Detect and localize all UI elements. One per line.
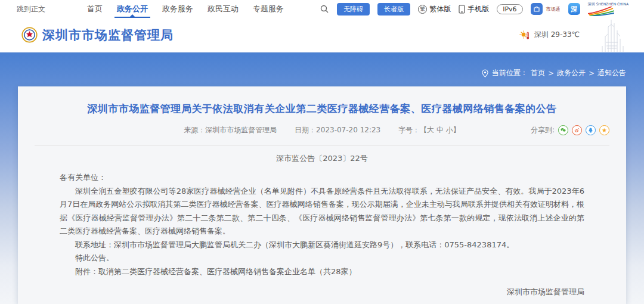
ipv6-badge[interactable]: IPv6	[497, 4, 522, 14]
meta-fontsize-label: 字号：	[398, 126, 420, 134]
signature-date: 2023年7月18日	[60, 301, 584, 304]
sun-thermometer-icon	[519, 30, 530, 41]
breadcrumb-home[interactable]: 首页	[531, 68, 545, 78]
traditional-label: 繁体版	[429, 4, 451, 14]
share-favorite-star-icon[interactable]: ★	[599, 125, 609, 135]
market-app-icon	[531, 3, 543, 15]
meta-fontsize: 字号：【大 中 小】	[398, 126, 460, 134]
meta-source-value: 深圳市市场监督管理局	[205, 126, 277, 134]
article-meta-row: 来源：深圳市市场监督管理局 日期：2023-07-20 12:23 字号：【大 …	[18, 125, 626, 137]
share-qq-icon[interactable]	[586, 125, 596, 135]
meta-source-label: 来源：	[184, 126, 205, 134]
page-background-band: 当前位置： 首页 > 政务公开 > 通知公告 深圳市市场监督管理局关于依法取消有…	[0, 52, 644, 304]
location-pin-icon	[481, 69, 489, 77]
meta-date: 日期：2023-07-20 12:23	[295, 126, 380, 134]
share-wechat-icon[interactable]	[558, 125, 568, 135]
weather-text: 深圳 29-33℃	[534, 30, 580, 40]
meta-divider	[35, 145, 609, 146]
accessibility-button[interactable]: 无障碍	[337, 3, 370, 15]
site-brand[interactable]: 深圳市市场监督管理局	[21, 27, 174, 44]
building-sketch	[592, 18, 631, 52]
ishenzhen-app-icon[interactable]: 深	[568, 3, 580, 15]
font-size-controls[interactable]: 【大 中 小】	[420, 126, 460, 134]
share-toolbar: 分享到: ★	[531, 125, 609, 135]
signature-block: 深圳市市场监督管理局 2023年7月18日	[60, 283, 584, 304]
nav-item-special-services[interactable]: 专题服务	[246, 0, 291, 18]
elder-version-button[interactable]: 长者版	[377, 3, 410, 15]
article-title: 深圳市市场监督管理局关于依法取消有关企业第二类医疗器械经营备案、医疗器械网络销售…	[18, 102, 626, 116]
weather-widget: 深圳 29-33℃	[519, 30, 580, 41]
mobile-label: 手机版	[467, 4, 489, 14]
paragraph-main: 深圳全润五金塑胶有限公司等28家医疗器械经营企业（名单见附件）不具备原经营条件且…	[60, 185, 584, 238]
paragraph-attachment: 附件：取消第二类医疗器械经营备案、医疗器械网络销售备案企业名单（共28家）	[60, 265, 584, 279]
agency-emblem-icon	[21, 27, 38, 43]
meta-source: 来源：深圳市市场监督管理局	[184, 126, 277, 134]
topbar-tools: 无障碍 长者版 繁 繁体版 手机版 IPv6 市场通 深 深圳 SHENZHEN…	[320, 2, 628, 16]
article-body: 各有关单位： 深圳全润五金塑胶有限公司等28家医疗器械经营企业（名单见附件）不具…	[60, 171, 584, 304]
salutation: 各有关单位：	[60, 171, 584, 185]
signature-agency: 深圳市市场监督管理局	[60, 283, 584, 301]
mobile-version-link[interactable]: 手机版	[459, 4, 489, 14]
market-app-label: 市场通	[546, 6, 561, 13]
city-logo-swoosh-icon	[588, 7, 614, 16]
meta-date-label: 日期：	[295, 126, 316, 134]
top-utility-bar: 跳到正文 首页 政务公开 政务服务 政民互动 专题服务 无障碍 长者版 繁 繁体…	[0, 0, 644, 18]
shenzhen-city-logo: 深圳 SHENZHEN·CHINA	[588, 2, 628, 16]
site-title: 深圳市市场监督管理局	[42, 27, 174, 44]
phone-icon	[459, 5, 465, 14]
nav-item-gov-services[interactable]: 政务服务	[155, 0, 200, 18]
search-icon[interactable]	[320, 4, 329, 14]
document-number: 深市监公告〔2023〕22号	[18, 153, 626, 164]
article-card: 深圳市市场监督管理局关于依法取消有关企业第二类医疗器械经营备案、医疗器械网络销售…	[18, 86, 626, 304]
skip-to-content-link[interactable]: 跳到正文	[17, 4, 45, 14]
nav-item-interaction[interactable]: 政民互动	[200, 0, 246, 18]
site-header: 深圳市市场监督管理局 深圳 29-33℃	[0, 18, 644, 52]
traditional-badge-icon: 繁	[418, 5, 427, 14]
share-label: 分享到:	[531, 125, 555, 135]
main-nav: 首页 政务公开 政务服务 政民互动 专题服务	[80, 0, 291, 18]
share-weibo-icon[interactable]	[572, 125, 582, 135]
breadcrumb-separator: >	[589, 69, 595, 77]
breadcrumb-notices[interactable]: 通知公告	[597, 68, 626, 78]
paragraph-contact: 联系地址：深圳市市场监督管理局大鹏监管局机关二办（深圳市大鹏新区葵涌街道延安路9…	[60, 238, 584, 252]
nav-item-home[interactable]: 首页	[80, 0, 110, 18]
traditional-chinese-toggle[interactable]: 繁 繁体版	[418, 4, 451, 14]
nav-item-gov-disclosure[interactable]: 政务公开	[110, 0, 155, 18]
paragraph-closing: 特此公告。	[60, 252, 584, 265]
breadcrumb-gov-disclosure[interactable]: 政务公开	[557, 68, 586, 78]
breadcrumb: 当前位置： 首页 > 政务公开 > 通知公告	[481, 68, 626, 78]
market-app-link[interactable]: 市场通	[531, 3, 561, 15]
meta-date-value: 2023-07-20 12:23	[316, 126, 380, 134]
breadcrumb-label: 当前位置：	[492, 68, 528, 78]
city-logo-text: 深圳 SHENZHEN·CHINA	[588, 2, 628, 6]
breadcrumb-separator: >	[548, 69, 554, 77]
